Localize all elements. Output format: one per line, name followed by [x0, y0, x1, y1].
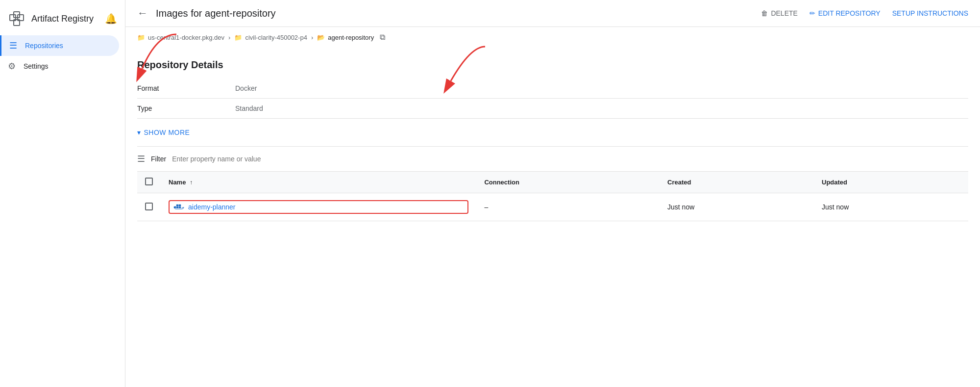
section-title: Repository Details — [137, 59, 968, 71]
sidebar-item-repositories[interactable]: ☰ Repositories — [0, 35, 119, 56]
image-name-cell: aidemy-planner — [161, 193, 476, 221]
table-header-row: Name ↑ Connection Created Updated — [137, 172, 968, 193]
app-title: Artifact Registry — [31, 14, 99, 24]
images-table: Name ↑ Connection Created Updated — [137, 172, 968, 221]
sidebar-item-label: Repositories — [25, 42, 63, 50]
breadcrumb-project[interactable]: 📁 civil-clarity-450002-p4 — [234, 34, 307, 41]
sort-icon: ↑ — [190, 179, 193, 186]
image-name: aidemy-planner — [188, 203, 236, 211]
table-row: aidemy-planner – Just now Just now — [137, 193, 968, 221]
breadcrumb-separator: › — [228, 34, 230, 41]
filter-input[interactable] — [172, 155, 968, 163]
delete-button[interactable]: 🗑 DELETE — [761, 9, 797, 17]
row-checkbox-cell[interactable] — [137, 193, 161, 221]
svg-rect-9 — [176, 205, 178, 206]
row-checkbox[interactable] — [145, 203, 153, 210]
sidebar-navigation: ☰ Repositories ⚙ Settings — [0, 35, 125, 77]
svg-rect-10 — [179, 205, 181, 206]
svg-rect-8 — [179, 206, 181, 208]
connection-column-header: Connection — [476, 172, 660, 193]
app-logo — [8, 10, 25, 27]
content-area: Repository Details Format Docker Type St… — [125, 48, 980, 387]
main-content: ← Images for agent-repository 🗑 DELETE ✏… — [125, 0, 980, 387]
header-actions: 🗑 DELETE ✏ EDIT REPOSITORY SETUP INSTRUC… — [761, 9, 968, 17]
detail-label: Type — [137, 99, 235, 119]
updated-cell: Just now — [814, 193, 968, 221]
select-all-checkbox[interactable] — [145, 178, 153, 185]
breadcrumb: 📁 us-central1-docker.pkg.dev › 📁 civil-c… — [125, 27, 980, 48]
sidebar-header: Artifact Registry 🔔 — [0, 4, 125, 33]
filter-label: Filter — [151, 155, 166, 163]
gear-icon: ⚙ — [8, 61, 16, 72]
copy-path-button[interactable]: ⧉ — [380, 33, 385, 42]
breadcrumb-repo[interactable]: 📂 agent-repository — [317, 34, 374, 41]
notification-bell-icon[interactable]: 🔔 — [105, 13, 117, 25]
image-link[interactable]: aidemy-planner — [169, 200, 468, 214]
breadcrumb-separator: › — [311, 34, 313, 41]
trash-icon: 🗑 — [761, 9, 768, 17]
updated-column-header: Updated — [814, 172, 968, 193]
created-cell: Just now — [660, 193, 814, 221]
detail-value: Standard — [235, 99, 968, 119]
back-arrow-icon: ← — [137, 7, 148, 20]
details-table: Format Docker Type Standard — [137, 78, 968, 119]
sidebar: Artifact Registry 🔔 ☰ Repositories ⚙ Set… — [0, 0, 125, 387]
name-column-header[interactable]: Name ↑ — [161, 172, 476, 193]
back-button[interactable]: ← — [137, 7, 148, 20]
detail-row-type: Type Standard — [137, 99, 968, 119]
setup-instructions-button[interactable]: SETUP INSTRUCTIONS — [892, 9, 968, 17]
svg-rect-7 — [176, 206, 178, 208]
sidebar-item-settings[interactable]: ⚙ Settings — [0, 56, 119, 77]
sidebar-item-label: Settings — [24, 62, 49, 70]
page-header: ← Images for agent-repository 🗑 DELETE ✏… — [125, 0, 980, 27]
page-title: Images for agent-repository — [156, 8, 753, 19]
filter-bar: ☰ Filter — [137, 146, 968, 172]
docker-icon — [173, 203, 184, 211]
list-icon: ☰ — [9, 40, 17, 51]
repo-folder-icon: 📂 — [317, 34, 325, 41]
connection-cell: – — [476, 193, 660, 221]
detail-value: Docker — [235, 78, 968, 99]
show-more-button[interactable]: ▾ SHOW MORE — [137, 123, 968, 142]
edit-icon: ✏ — [809, 9, 815, 17]
detail-row-format: Format Docker — [137, 78, 968, 99]
select-all-header[interactable] — [137, 172, 161, 193]
chevron-down-icon: ▾ — [137, 129, 141, 136]
folder-icon: 📁 — [234, 34, 242, 41]
edit-repository-button[interactable]: ✏ EDIT REPOSITORY — [809, 9, 881, 17]
filter-icon: ☰ — [137, 154, 145, 164]
created-column-header: Created — [660, 172, 814, 193]
